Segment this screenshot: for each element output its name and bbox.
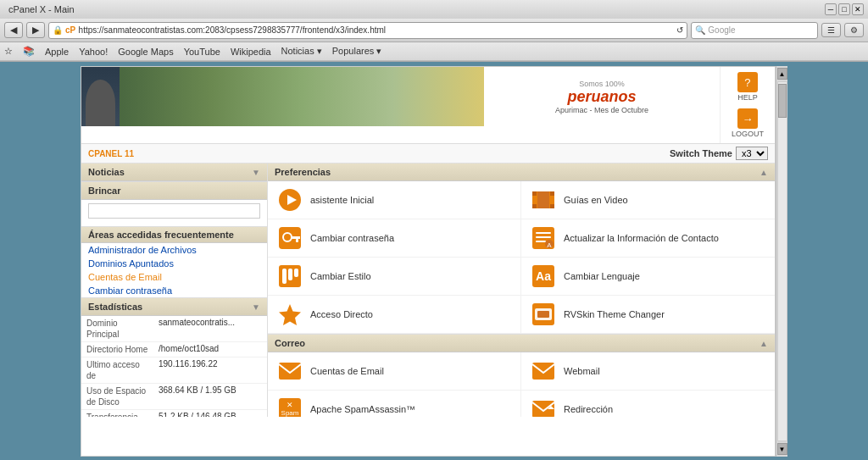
item-cambiar-estilo[interactable]: Cambiar Estilo [268,258,521,296]
logout-button[interactable]: → LOGOUT [727,107,768,140]
cpanel-container: Somos 100% peruanos Apurimac - Mes de Oc… [81,66,776,457]
banner: Somos 100% peruanos Apurimac - Mes de Oc… [81,67,720,126]
noticias-arrow[interactable]: ▼ [252,168,260,177]
bookmark-library-icon: 📚 [23,46,35,57]
svg-text:✕: ✕ [287,401,293,409]
scroll-up-button[interactable]: ▲ [777,68,787,80]
item-spamassassin[interactable]: Spam✕ Apache SpamAssassin™ [268,391,521,417]
bookmark-youtube[interactable]: YouTube [184,47,220,57]
scroll-track [777,81,787,441]
help-button[interactable]: ? HELP [727,70,768,103]
svg-rect-7 [537,191,549,208]
bookmark-populares[interactable]: Populares ▾ [332,46,382,57]
item-actualizar-info[interactable]: A Actualizar la Información de Contacto [521,219,775,258]
back-button[interactable]: ◀ [4,22,23,38]
stats-row: Directorio Home /home/oct10sad [81,342,267,357]
refresh-icon[interactable]: ↺ [676,25,683,35]
stats-value-0: sanmateocontratis... [153,316,267,342]
search-bar[interactable]: 🔍 Google [691,22,818,39]
stats-row: Ultimo acceso de 190.116.196.22 [81,357,267,384]
settings-button[interactable]: ⚙ [844,23,864,37]
svg-rect-12 [298,236,300,239]
item-asistente[interactable]: asistente Inicial [268,181,521,219]
bookmark-yahoo[interactable]: Yahoo! [79,47,108,57]
bookmark-apple[interactable]: Apple [45,47,69,57]
item-cambiar-lenguaje[interactable]: Aa Cambiar Lenguaje [521,258,775,296]
item-rvs-label: RVSkin Theme Changer [564,308,665,320]
frecuentes-header: Áreas accedidas frecuentemente [81,227,267,243]
svg-text:Aa: Aa [536,269,551,283]
stats-arrow[interactable]: ▼ [252,302,260,312]
window-controls[interactable]: ─ □ ✕ [825,3,864,15]
svg-rect-28 [537,311,549,318]
window-title: cPanel X - Main [8,4,75,14]
item-webmail[interactable]: Webmail [521,352,775,391]
scroll-down-button[interactable]: ▼ [777,443,787,455]
brincar-input[interactable] [88,203,260,219]
correo-arrow[interactable]: ▲ [760,339,768,348]
minimize-button[interactable]: ─ [825,3,837,15]
close-button[interactable]: ✕ [852,3,864,15]
item-redireccion[interactable]: Redirección [521,391,775,417]
bookmark-noticias[interactable]: Noticias ▾ [281,46,322,57]
banner-apurimac: Apurimac - Mes de Octubre [555,106,648,114]
stats-header: Estadísticas ▼ [81,298,267,316]
cpanel-body: Noticias ▼ Brincar Áreas accedidas frecu… [81,163,775,417]
item-acceso-directo[interactable]: Acceso Directo [268,296,521,334]
logout-icon: → [737,108,758,129]
title-bar: cPanel X - Main ─ □ ✕ [0,0,868,19]
play-icon [276,186,303,213]
browser-scrollbar[interactable]: ▲ ▼ [776,66,787,457]
palette-icon [276,263,303,290]
ssl-icon: 🔒 [53,25,63,35]
bookmark-googlemaps[interactable]: Google Maps [118,47,173,57]
item-guias-video[interactable]: Guías en Video [521,181,775,219]
svg-rect-20 [282,269,287,284]
stats-row: Dominio Principal sanmateocontratis... [81,316,267,342]
star-icon [276,301,303,328]
preferencias-section: Preferencias ▲ asistente Inicial [268,163,775,335]
bookmark-wikipedia[interactable]: Wikipedia [231,47,271,57]
stats-section: Estadísticas ▼ Dominio Principal sanmate… [81,298,267,417]
item-rvs-theme[interactable]: RVSkin Theme Changer [521,296,775,334]
item-cuentas-label: Cuentas de Email [310,365,384,377]
noticias-section: Noticias ▼ [81,163,267,182]
link-archivos[interactable]: Administrador de Archivos [81,243,267,257]
stats-value-3: 368.64 KB / 1.95 GB [153,384,267,410]
theme-label: Switch Theme [670,148,732,158]
stats-row: Transferencia Mensual de Banda Ancha 51.… [81,410,267,418]
svg-rect-6 [550,204,554,208]
stats-value-4: 51.2 KB / 146.48 GB [153,410,267,418]
redirect-icon [530,396,557,417]
forward-button[interactable]: ▶ [26,22,45,38]
svg-text:Spam: Spam [281,409,299,417]
preferencias-arrow[interactable]: ▲ [760,168,768,177]
address-bar[interactable]: 🔒 cP https://sanmateocontratistas.com:20… [48,22,687,39]
svg-rect-10 [292,236,299,239]
stats-row: Uso de Espacio de Disco 368.64 KB / 1.95… [81,384,267,410]
cpanel-toolbar: CPANEL 11 Switch Theme x3 [81,144,775,163]
item-cambiar-password[interactable]: Cambiar contraseña [268,219,521,258]
svg-rect-4 [550,191,554,196]
link-password[interactable]: Cambiar contraseña [81,284,267,297]
brincar-header: Brincar [81,182,267,200]
menu-button[interactable]: ☰ [821,23,841,37]
webmail-icon [530,357,557,385]
theme-select[interactable]: x3 [736,147,768,160]
preferencias-header: Preferencias ▲ [268,163,775,181]
item-cuentas-email[interactable]: Cuentas de Email [268,352,521,391]
key-icon [276,224,303,252]
scroll-thumb[interactable] [778,84,787,118]
email-icon [276,357,303,385]
link-email[interactable]: Cuentas de Email [81,270,267,284]
svg-rect-5 [532,204,537,208]
correo-section: Correo ▲ Cuentas de Email [268,335,775,417]
svg-marker-25 [279,304,301,325]
svg-rect-11 [296,239,298,242]
link-dominios[interactable]: Dominios Apuntados [81,257,267,270]
maximize-button[interactable]: □ [838,3,850,15]
item-redireccion-label: Redirección [564,403,613,415]
stats-value-1: /home/oct10sad [153,342,267,357]
item-acceso-label: Acceso Directo [310,308,373,320]
svg-rect-22 [294,269,298,277]
